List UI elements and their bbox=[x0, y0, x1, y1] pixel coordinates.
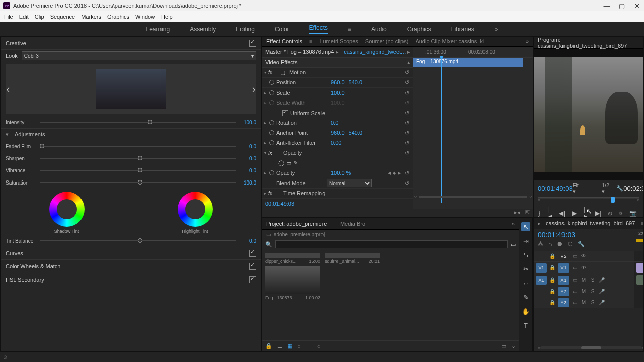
lock-icon[interactable]: 🔒 bbox=[549, 277, 556, 283]
voice-over-icon[interactable]: 🎤 bbox=[598, 277, 605, 283]
clip-name[interactable]: cassins_kingbird_tweet... bbox=[344, 49, 406, 55]
position-x[interactable]: 960.0 bbox=[331, 79, 345, 85]
mark-out-button[interactable]: } bbox=[538, 210, 540, 217]
toggle-output-icon[interactable]: ▭ bbox=[571, 277, 578, 283]
faded-film-slider[interactable] bbox=[40, 146, 236, 147]
step-back-button[interactable]: ◀| bbox=[559, 210, 565, 217]
hand-tool[interactable]: ✋ bbox=[521, 307, 530, 316]
look-select[interactable]: Cobi 3▾ bbox=[22, 51, 256, 60]
stopwatch-icon[interactable] bbox=[269, 130, 274, 135]
wrench-icon[interactable]: 🔧 bbox=[578, 241, 585, 247]
menu-window[interactable]: Window bbox=[135, 14, 155, 20]
next-keyframe-icon[interactable]: ▶ bbox=[398, 171, 401, 175]
list-view-icon[interactable]: ☰ bbox=[277, 343, 282, 349]
linked-selection-icon[interactable]: ∩ bbox=[548, 241, 552, 247]
source-a1[interactable]: A1 bbox=[536, 276, 547, 285]
tab-lumetri-scopes[interactable]: Lumetri Scopes bbox=[319, 38, 358, 44]
list-item[interactable]: dipper_chicks... 15:00 bbox=[265, 253, 320, 264]
program-video-view[interactable] bbox=[534, 49, 643, 180]
minimize-button[interactable]: — bbox=[603, 2, 611, 10]
resolution-select[interactable]: 1/2 ▾ bbox=[602, 182, 609, 195]
toggle-output-icon[interactable]: ▭ bbox=[571, 265, 578, 270]
mute-button[interactable]: M bbox=[580, 289, 587, 294]
faded-film-value[interactable]: 0.0 bbox=[240, 144, 256, 149]
hsl-toggle-checkbox[interactable] bbox=[249, 276, 256, 283]
tab-audio-mixer[interactable]: Audio Clip Mixer: cassins_ki bbox=[415, 38, 484, 44]
menu-edit[interactable]: Edit bbox=[19, 14, 29, 20]
effect-controls-timecode[interactable]: 00:01:49:03 bbox=[262, 199, 413, 209]
zoom-out-icon[interactable]: ○ bbox=[414, 194, 417, 199]
menu-sequence[interactable]: Sequence bbox=[50, 14, 75, 20]
sharpen-slider[interactable] bbox=[40, 158, 236, 159]
tabs-overflow-icon[interactable]: » bbox=[512, 221, 515, 227]
zoom-slider[interactable]: ○———○ bbox=[297, 343, 320, 349]
reset-button[interactable] bbox=[403, 129, 410, 136]
marker-icon[interactable]: ⬣ bbox=[557, 241, 562, 247]
maximize-button[interactable]: ▢ bbox=[618, 2, 626, 10]
intensity-slider[interactable] bbox=[40, 122, 236, 123]
ripple-edit-tool[interactable]: ⇆ bbox=[521, 250, 530, 259]
wheels-toggle-checkbox[interactable] bbox=[249, 263, 256, 270]
ws-libraries[interactable]: Libraries bbox=[451, 26, 474, 33]
menu-help[interactable]: Help bbox=[161, 14, 173, 20]
go-to-out-button[interactable]: ▶| bbox=[595, 210, 601, 217]
track-a3-label[interactable]: A3 bbox=[558, 298, 569, 307]
reset-button[interactable] bbox=[403, 169, 410, 176]
mute-button[interactable]: M bbox=[580, 277, 587, 283]
ec-zoom-slider[interactable] bbox=[419, 196, 527, 198]
reset-button[interactable] bbox=[403, 149, 410, 156]
prev-look-button[interactable]: ‹ bbox=[7, 84, 10, 95]
close-button[interactable]: ✕ bbox=[633, 2, 641, 10]
export-frame-button[interactable]: 📷 bbox=[629, 210, 637, 217]
export-icon[interactable]: ⇱ bbox=[525, 209, 530, 216]
sequence-tab[interactable]: cassins_kingbird_tweeting_bird_697 bbox=[546, 220, 635, 226]
program-in-timecode[interactable]: 00:01:49:03 bbox=[538, 185, 573, 192]
solo-button[interactable]: S bbox=[589, 277, 596, 283]
wrench-icon[interactable]: 🔧 bbox=[616, 185, 623, 192]
slip-tool[interactable]: ↔ bbox=[521, 279, 530, 288]
menu-clip[interactable]: Clip bbox=[35, 14, 44, 20]
curves-section[interactable]: Curves bbox=[6, 250, 23, 256]
ws-assembly[interactable]: Assembly bbox=[190, 26, 216, 33]
ws-editing[interactable]: Editing bbox=[236, 26, 255, 33]
color-wheels-section[interactable]: Color Wheels & Match bbox=[6, 263, 60, 269]
expand-icon[interactable]: ▸ bbox=[264, 90, 266, 95]
overflow-icon[interactable]: » bbox=[495, 26, 498, 33]
saturation-slider[interactable] bbox=[40, 182, 236, 183]
collapse-icon[interactable]: ▴ bbox=[407, 59, 410, 66]
selection-tool[interactable]: ↖ bbox=[521, 222, 530, 231]
tint-balance-slider[interactable] bbox=[40, 240, 236, 241]
zoom-in-icon[interactable]: ○ bbox=[529, 194, 532, 199]
menu-graphics[interactable]: Graphics bbox=[107, 14, 129, 20]
reset-button[interactable] bbox=[403, 179, 410, 187]
search-icon[interactable]: 🔍 bbox=[265, 241, 272, 248]
timeline-zoom-scrollbar[interactable] bbox=[540, 346, 642, 349]
add-keyframe-icon[interactable]: ◆ bbox=[393, 171, 396, 175]
lift-button[interactable]: ⎋ bbox=[608, 210, 612, 217]
expand-icon[interactable]: ▸ bbox=[264, 171, 266, 175]
lock-icon[interactable]: 🔒 bbox=[265, 343, 272, 349]
position-y[interactable]: 540.0 bbox=[349, 79, 363, 85]
settings-icon[interactable]: ⬡ bbox=[568, 241, 573, 247]
timeline-ruler[interactable]: 2:00 00:01:04:00 00:01:36:00 00:02:08:00… bbox=[634, 229, 644, 238]
type-tool[interactable]: T bbox=[521, 321, 530, 330]
reset-button[interactable] bbox=[403, 69, 410, 76]
reset-button[interactable] bbox=[403, 99, 410, 106]
timeline-timecode[interactable]: 00:01:49:03 bbox=[538, 231, 630, 239]
tab-media-browser[interactable]: Media Bro bbox=[340, 221, 365, 227]
icon-view-icon[interactable]: ▦ bbox=[287, 343, 292, 349]
stopwatch-icon[interactable] bbox=[269, 170, 274, 175]
eye-icon[interactable]: 👁 bbox=[580, 253, 587, 259]
program-scrubber[interactable]: ○ ○ bbox=[538, 197, 639, 205]
ws-graphics[interactable]: Graphics bbox=[407, 26, 431, 33]
saturation-value[interactable]: 100.0 bbox=[240, 180, 256, 186]
eye-icon[interactable]: 👁 bbox=[580, 265, 587, 270]
expand-icon[interactable]: ▸ bbox=[264, 191, 266, 196]
blend-mode-select[interactable]: Normal bbox=[327, 179, 372, 187]
ws-audio[interactable]: Audio bbox=[371, 26, 387, 33]
tab-effect-controls[interactable]: Effect Controls bbox=[266, 38, 302, 44]
panel-menu-icon[interactable]: ≡ bbox=[348, 26, 351, 33]
razor-tool[interactable]: ✂ bbox=[521, 264, 530, 274]
search-input[interactable] bbox=[275, 240, 508, 248]
opacity-value[interactable]: 100.0 % bbox=[331, 170, 351, 176]
